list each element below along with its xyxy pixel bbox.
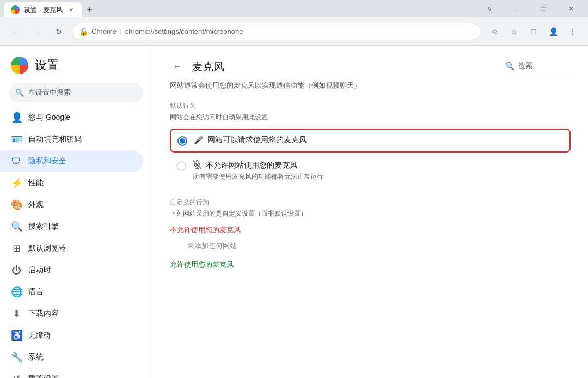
sidebar-item-language[interactable]: 🌐 语言 <box>0 281 143 303</box>
accessibility-icon: ♿ <box>11 330 22 342</box>
allow-option-content: 🎤 网站可以请求使用您的麦克风 <box>194 135 563 145</box>
sidebar-item-reset[interactable]: ↺ 重置设置 <box>0 368 143 378</box>
search-icon: 🔍 <box>15 89 24 97</box>
reset-icon: ↺ <box>11 373 22 378</box>
titlebar: 设置 - 麦克风 ✕ + ∨ ─ □ ✕ <box>0 0 588 17</box>
deny-option-sub: 所有需要使用麦克风的功能都将无法正常运行 <box>193 172 564 181</box>
download-icon: ⬇ <box>11 308 22 320</box>
deny-list-empty: 未添加任何网站 <box>170 239 571 253</box>
tab-title: 设置 - 麦克风 <box>24 5 63 15</box>
chevron-down-button[interactable]: ∨ <box>477 0 502 17</box>
sidebar-item-appearance[interactable]: 🎨 外观 <box>0 194 143 216</box>
maximize-button[interactable]: □ <box>531 0 556 17</box>
address-separator: | <box>120 27 121 35</box>
url-path: chrome://settings/content/microphone <box>125 27 243 35</box>
allow-option-label: 🎤 网站可以请求使用您的麦克风 <box>194 135 563 145</box>
sidebar-item-startup[interactable]: ⏻ 启动时 <box>0 259 143 281</box>
sidebar-item-label: 隐私和安全 <box>28 156 66 166</box>
radio-selected-indicator <box>180 138 185 144</box>
default-behavior-sub: 网站会在您访问时自动采用此设置 <box>170 113 571 122</box>
deny-list-title: 不允许使用您的麦克风 <box>170 225 571 235</box>
sidebar-item-label: 性能 <box>28 178 44 188</box>
tab-strip: 设置 - 麦克风 ✕ + <box>4 0 477 17</box>
sidebar-header: 设置 <box>0 52 152 83</box>
page-title: 麦克风 <box>192 59 224 74</box>
microphone-icon: 🎤 <box>194 136 203 144</box>
sidebar-item-autofill[interactable]: 🪪 自动填充和密码 <box>0 129 143 150</box>
deny-microphone-option[interactable]: 不允许网站使用您的麦克风 所有需要使用麦克风的功能都将无法正常运行 <box>170 155 571 187</box>
url-bar[interactable]: 🔒 Chrome | chrome://settings/content/mic… <box>72 23 481 40</box>
sidebar-item-label: 重置设置 <box>28 374 59 378</box>
description-text: 网站通常会使用您的麦克风以实现通信功能（例如视频聊天） <box>170 81 571 90</box>
autofill-icon: 🪪 <box>11 133 22 145</box>
allow-microphone-option[interactable]: 🎤 网站可以请求使用您的麦克风 <box>170 129 571 153</box>
default-behavior-title: 默认行为 <box>170 101 571 111</box>
profile-button[interactable]: 👤 <box>544 23 562 40</box>
sidebar-item-label: 默认浏览器 <box>28 243 66 253</box>
forward-button[interactable]: → <box>28 23 46 40</box>
active-tab[interactable]: 设置 - 麦克风 ✕ <box>4 2 82 17</box>
chrome-logo <box>11 57 28 74</box>
sidebar-item-downloads[interactable]: ⬇ 下载内容 <box>0 303 143 325</box>
sidebar-item-search[interactable]: 🔍 搜索引擎 <box>0 216 143 237</box>
bookmark-button[interactable]: ☆ <box>505 23 523 40</box>
reload-button[interactable]: ↻ <box>50 23 68 40</box>
search-icon: 🔍 <box>505 62 514 70</box>
microphone-slash-icon <box>193 160 201 171</box>
search-label: 搜索 <box>518 61 533 71</box>
address-actions: ⎋ ☆ □ 👤 ⋮ <box>486 23 581 40</box>
appearance-icon: 🎨 <box>11 199 22 211</box>
sidebar-item-accessibility[interactable]: ♿ 无障碍 <box>0 325 143 346</box>
sidebar-item-label: 外观 <box>28 200 44 210</box>
sidebar-item-label: 您与 Google <box>28 113 70 123</box>
share-button[interactable]: ⎋ <box>486 23 503 40</box>
content-back-button[interactable]: ← <box>170 59 185 74</box>
security-icon: 🔒 <box>79 27 88 36</box>
tab-close-button[interactable]: ✕ <box>67 5 76 14</box>
new-tab-button[interactable]: + <box>82 2 97 17</box>
sidebar-item-system[interactable]: 🔧 系统 <box>0 346 143 368</box>
menu-button[interactable]: ⋮ <box>564 23 581 40</box>
sidebar-item-label: 下载内容 <box>28 309 59 319</box>
deny-option-content: 不允许网站使用您的麦克风 所有需要使用麦克风的功能都将无法正常运行 <box>193 160 564 181</box>
content-area: ← 麦克风 🔍 搜索 网站通常会使用您的麦克风以实现通信功能（例如视频聊天） 默… <box>152 46 588 378</box>
sidebar-item-label: 搜索引擎 <box>28 222 59 231</box>
title-row: ← 麦克风 <box>170 59 224 74</box>
browser-icon: ⊞ <box>11 242 22 254</box>
deny-option-label: 不允许网站使用您的麦克风 <box>193 160 564 171</box>
tab-favicon <box>11 5 20 14</box>
sidebar-item-label: 系统 <box>28 352 44 362</box>
sidebar-item-label: 自动填充和密码 <box>28 135 82 144</box>
window-controls: ∨ ─ □ ✕ <box>477 0 584 17</box>
custom-behavior-sub: 下列网站采用的是自定义设置（而非默认设置） <box>170 209 571 218</box>
content-header: ← 麦克风 🔍 搜索 <box>170 59 571 74</box>
language-icon: 🌐 <box>11 286 22 298</box>
back-button[interactable]: ← <box>7 23 24 40</box>
allow-radio-button[interactable] <box>177 136 187 146</box>
person-icon: 👤 <box>11 112 22 124</box>
sidebar-item-performance[interactable]: ⚡ 性能 <box>0 172 143 194</box>
deny-radio-button[interactable] <box>176 161 186 171</box>
custom-sub-link[interactable]: 而非默认设置 <box>261 210 301 217</box>
extensions-button[interactable]: □ <box>525 23 542 40</box>
close-button[interactable]: ✕ <box>559 0 584 17</box>
sidebar-item-label: 无障碍 <box>28 331 51 340</box>
system-icon: 🔧 <box>11 351 22 363</box>
performance-icon: ⚡ <box>11 177 22 189</box>
allow-list-title: 允许使用您的麦克风 <box>170 260 571 270</box>
sidebar-title: 设置 <box>35 57 59 74</box>
sidebar-item-label: 启动时 <box>28 265 51 275</box>
sidebar-item-label: 语言 <box>28 287 44 297</box>
search-engine-icon: 🔍 <box>11 221 22 233</box>
shield-icon: 🛡 <box>11 156 22 167</box>
custom-behavior-title: 自定义的行为 <box>170 198 571 207</box>
address-bar: ← → ↻ 🔒 Chrome | chrome://settings/conte… <box>0 17 588 46</box>
sidebar-item-default-browser[interactable]: ⊞ 默认浏览器 <box>0 237 143 259</box>
main-layout: 设置 🔍 在设置中搜索 👤 您与 Google 🪪 自动填充和密码 🛡 隐私和安… <box>0 46 588 378</box>
sidebar-item-google[interactable]: 👤 您与 Google <box>0 107 143 129</box>
minimize-button[interactable]: ─ <box>504 0 529 17</box>
content-search-button[interactable]: 🔍 搜索 <box>505 61 571 72</box>
sidebar-search[interactable]: 🔍 在设置中搜索 <box>9 83 143 102</box>
sidebar-item-privacy[interactable]: 🛡 隐私和安全 <box>0 150 143 172</box>
sidebar: 设置 🔍 在设置中搜索 👤 您与 Google 🪪 自动填充和密码 🛡 隐私和安… <box>0 46 152 378</box>
